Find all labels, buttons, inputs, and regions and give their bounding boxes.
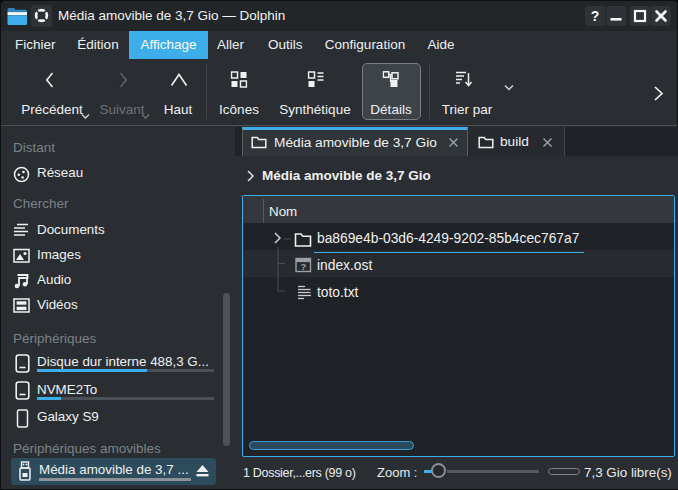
- svg-text:?: ?: [300, 261, 306, 272]
- svg-text:?: ?: [591, 8, 600, 24]
